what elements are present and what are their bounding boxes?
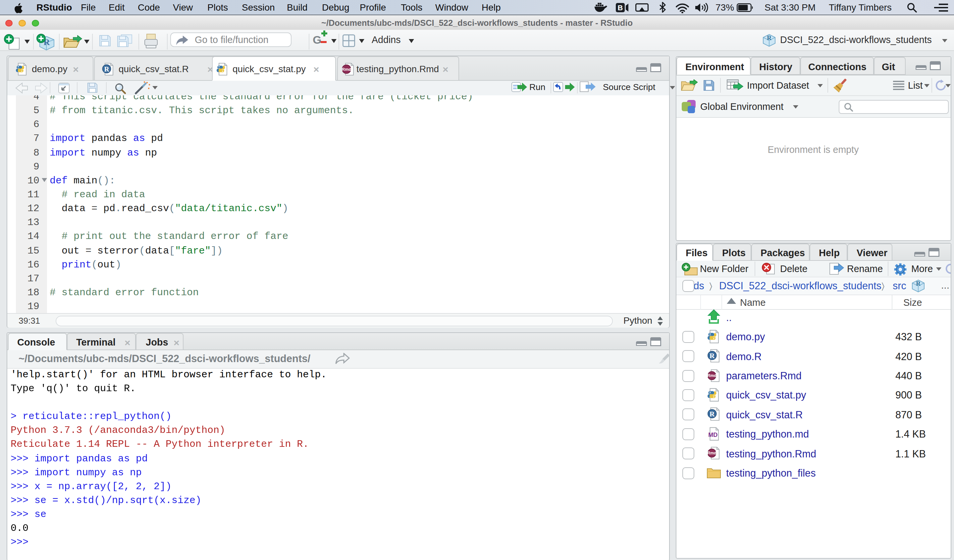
svg-text:Rmd: Rmd — [707, 451, 716, 456]
svg-text:R: R — [709, 352, 714, 360]
svg-text:Rmd: Rmd — [707, 373, 716, 378]
svg-text:R: R — [915, 280, 920, 287]
svg-text:R: R — [709, 411, 714, 418]
svg-text:MD: MD — [708, 431, 717, 438]
svg-text:R: R — [767, 34, 772, 41]
svg-text:B: B — [617, 3, 623, 12]
svg-text:Rmd: Rmd — [342, 67, 351, 72]
svg-text:R: R — [104, 65, 109, 73]
